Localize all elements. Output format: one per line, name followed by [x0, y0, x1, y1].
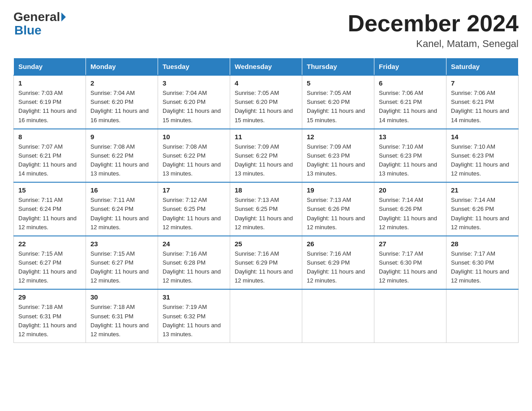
logo: General Blue: [13, 11, 66, 38]
day-info: Sunrise: 7:10 AMSunset: 6:23 PMDaylight:…: [451, 142, 514, 179]
day-number: 12: [307, 133, 369, 141]
logo-triangle-icon: [61, 13, 66, 21]
calendar-cell: 10 Sunrise: 7:08 AMSunset: 6:22 PMDaylig…: [158, 129, 230, 183]
calendar-cell: 26 Sunrise: 7:16 AMSunset: 6:29 PMDaylig…: [302, 236, 374, 290]
day-info: Sunrise: 7:18 AMSunset: 6:31 PMDaylight:…: [18, 303, 81, 339]
calendar-cell: 3 Sunrise: 7:04 AMSunset: 6:20 PMDayligh…: [158, 75, 230, 129]
calendar-cell: 21 Sunrise: 7:14 AMSunset: 6:26 PMDaylig…: [446, 182, 519, 236]
day-info: Sunrise: 7:06 AMSunset: 6:21 PMDaylight:…: [379, 89, 442, 125]
day-info: Sunrise: 7:11 AMSunset: 6:24 PMDaylight:…: [18, 196, 81, 232]
calendar-cell: 6 Sunrise: 7:06 AMSunset: 6:21 PMDayligh…: [374, 75, 446, 129]
day-info: Sunrise: 7:04 AMSunset: 6:20 PMDaylight:…: [163, 89, 225, 125]
page-header: General Blue December 2024 Kanel, Matam,…: [13, 11, 519, 50]
day-number: 14: [451, 133, 514, 141]
calendar-cell: 25 Sunrise: 7:16 AMSunset: 6:29 PMDaylig…: [230, 236, 302, 290]
day-info: Sunrise: 7:09 AMSunset: 6:23 PMDaylight:…: [307, 142, 369, 179]
day-info: Sunrise: 7:17 AMSunset: 6:30 PMDaylight:…: [379, 249, 442, 286]
day-info: Sunrise: 7:11 AMSunset: 6:24 PMDaylight:…: [90, 196, 153, 232]
col-header-thursday: Thursday: [302, 58, 374, 76]
logo-general-text: General: [13, 11, 60, 23]
calendar-table: SundayMondayTuesdayWednesdayThursdayFrid…: [13, 58, 519, 343]
day-info: Sunrise: 7:14 AMSunset: 6:26 PMDaylight:…: [379, 196, 442, 232]
calendar-cell: [374, 289, 446, 342]
day-number: 16: [90, 186, 153, 194]
day-info: Sunrise: 7:16 AMSunset: 6:29 PMDaylight:…: [235, 249, 297, 286]
day-number: 30: [90, 293, 153, 301]
day-number: 10: [163, 133, 225, 141]
calendar-cell: 15 Sunrise: 7:11 AMSunset: 6:24 PMDaylig…: [14, 182, 86, 236]
calendar-cell: 17 Sunrise: 7:12 AMSunset: 6:25 PMDaylig…: [158, 182, 230, 236]
calendar-cell: 24 Sunrise: 7:16 AMSunset: 6:28 PMDaylig…: [158, 236, 230, 290]
calendar-cell: 11 Sunrise: 7:09 AMSunset: 6:22 PMDaylig…: [230, 129, 302, 183]
day-info: Sunrise: 7:04 AMSunset: 6:20 PMDaylight:…: [90, 89, 153, 125]
day-info: Sunrise: 7:08 AMSunset: 6:22 PMDaylight:…: [90, 142, 153, 179]
calendar-cell: 8 Sunrise: 7:07 AMSunset: 6:21 PMDayligh…: [14, 129, 86, 183]
day-number: 25: [235, 240, 297, 248]
calendar-cell: 31 Sunrise: 7:19 AMSunset: 6:32 PMDaylig…: [158, 289, 230, 342]
col-header-monday: Monday: [86, 58, 158, 76]
calendar-cell: 4 Sunrise: 7:05 AMSunset: 6:20 PMDayligh…: [230, 75, 302, 129]
col-header-saturday: Saturday: [446, 58, 519, 76]
day-info: Sunrise: 7:15 AMSunset: 6:27 PMDaylight:…: [18, 249, 81, 286]
calendar-cell: 2 Sunrise: 7:04 AMSunset: 6:20 PMDayligh…: [86, 75, 158, 129]
day-info: Sunrise: 7:07 AMSunset: 6:21 PMDaylight:…: [18, 142, 81, 179]
day-number: 31: [163, 293, 225, 301]
day-info: Sunrise: 7:13 AMSunset: 6:26 PMDaylight:…: [307, 196, 369, 232]
col-header-tuesday: Tuesday: [158, 58, 230, 76]
calendar-cell: 16 Sunrise: 7:11 AMSunset: 6:24 PMDaylig…: [86, 182, 158, 236]
calendar-cell: 27 Sunrise: 7:17 AMSunset: 6:30 PMDaylig…: [374, 236, 446, 290]
day-info: Sunrise: 7:05 AMSunset: 6:20 PMDaylight:…: [307, 89, 369, 125]
day-info: Sunrise: 7:19 AMSunset: 6:32 PMDaylight:…: [163, 303, 225, 339]
col-header-wednesday: Wednesday: [230, 58, 302, 76]
calendar-cell: 1 Sunrise: 7:03 AMSunset: 6:19 PMDayligh…: [14, 75, 86, 129]
day-info: Sunrise: 7:18 AMSunset: 6:31 PMDaylight:…: [90, 303, 153, 339]
day-info: Sunrise: 7:17 AMSunset: 6:30 PMDaylight:…: [451, 249, 514, 286]
day-number: 23: [90, 240, 153, 248]
calendar-header-row: SundayMondayTuesdayWednesdayThursdayFrid…: [14, 58, 519, 76]
calendar-week-row: 1 Sunrise: 7:03 AMSunset: 6:19 PMDayligh…: [14, 75, 519, 129]
day-number: 24: [163, 240, 225, 248]
day-number: 3: [163, 79, 225, 87]
day-number: 22: [18, 240, 81, 248]
calendar-cell: 9 Sunrise: 7:08 AMSunset: 6:22 PMDayligh…: [86, 129, 158, 183]
day-info: Sunrise: 7:08 AMSunset: 6:22 PMDaylight:…: [163, 142, 225, 179]
day-number: 20: [379, 186, 442, 194]
location-subtitle: Kanel, Matam, Senegal: [348, 38, 519, 50]
day-info: Sunrise: 7:15 AMSunset: 6:27 PMDaylight:…: [90, 249, 153, 286]
calendar-cell: 14 Sunrise: 7:10 AMSunset: 6:23 PMDaylig…: [446, 129, 519, 183]
day-info: Sunrise: 7:12 AMSunset: 6:25 PMDaylight:…: [163, 196, 225, 232]
day-number: 8: [18, 133, 81, 141]
calendar-cell: 28 Sunrise: 7:17 AMSunset: 6:30 PMDaylig…: [446, 236, 519, 290]
calendar-cell: 5 Sunrise: 7:05 AMSunset: 6:20 PMDayligh…: [302, 75, 374, 129]
logo-blue-text: Blue: [14, 23, 42, 37]
calendar-cell: 20 Sunrise: 7:14 AMSunset: 6:26 PMDaylig…: [374, 182, 446, 236]
day-number: 9: [90, 133, 153, 141]
day-number: 29: [18, 293, 81, 301]
day-number: 11: [235, 133, 297, 141]
calendar-cell: 19 Sunrise: 7:13 AMSunset: 6:26 PMDaylig…: [302, 182, 374, 236]
day-number: 2: [90, 79, 153, 87]
day-info: Sunrise: 7:14 AMSunset: 6:26 PMDaylight:…: [451, 196, 514, 232]
day-info: Sunrise: 7:06 AMSunset: 6:21 PMDaylight:…: [451, 89, 514, 125]
day-number: 6: [379, 79, 442, 87]
day-number: 5: [307, 79, 369, 87]
month-title: December 2024: [348, 11, 519, 36]
day-info: Sunrise: 7:09 AMSunset: 6:22 PMDaylight:…: [235, 142, 297, 179]
day-number: 26: [307, 240, 369, 248]
calendar-cell: 23 Sunrise: 7:15 AMSunset: 6:27 PMDaylig…: [86, 236, 158, 290]
calendar-cell: 18 Sunrise: 7:13 AMSunset: 6:25 PMDaylig…: [230, 182, 302, 236]
calendar-cell: [302, 289, 374, 342]
day-number: 19: [307, 186, 369, 194]
calendar-week-row: 29 Sunrise: 7:18 AMSunset: 6:31 PMDaylig…: [14, 289, 519, 342]
calendar-cell: 29 Sunrise: 7:18 AMSunset: 6:31 PMDaylig…: [14, 289, 86, 342]
day-number: 21: [451, 186, 514, 194]
calendar-cell: [446, 289, 519, 342]
title-area: December 2024 Kanel, Matam, Senegal: [348, 11, 519, 50]
day-info: Sunrise: 7:16 AMSunset: 6:29 PMDaylight:…: [307, 249, 369, 286]
calendar-cell: 13 Sunrise: 7:10 AMSunset: 6:23 PMDaylig…: [374, 129, 446, 183]
day-number: 4: [235, 79, 297, 87]
calendar-cell: 30 Sunrise: 7:18 AMSunset: 6:31 PMDaylig…: [86, 289, 158, 342]
day-number: 13: [379, 133, 442, 141]
calendar-cell: 22 Sunrise: 7:15 AMSunset: 6:27 PMDaylig…: [14, 236, 86, 290]
day-number: 15: [18, 186, 81, 194]
